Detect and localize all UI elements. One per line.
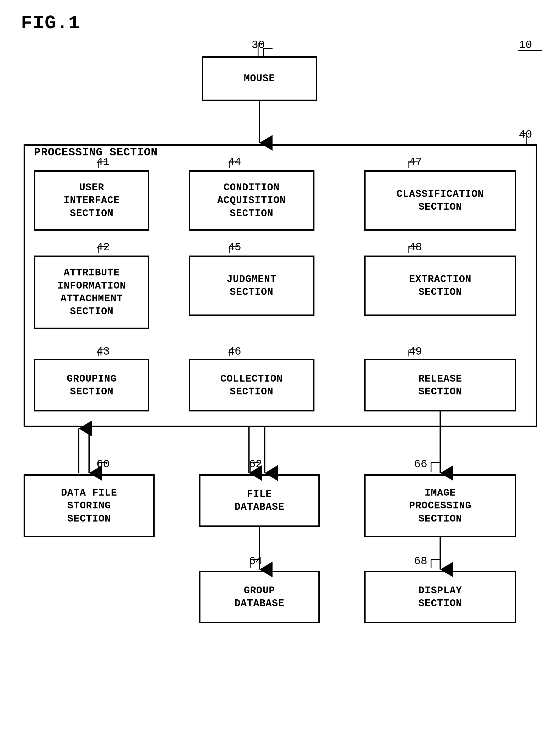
image-processing-box: IMAGE PROCESSING SECTION <box>364 474 516 537</box>
grouping-box: GROUPING SECTION <box>34 359 149 411</box>
ref-43: 43 <box>96 345 110 358</box>
ref-49: 49 <box>409 345 422 358</box>
ref-45: 45 <box>228 241 241 254</box>
ref-47: 47 <box>409 156 422 169</box>
ref-60: 60 <box>96 458 110 471</box>
ref-48: 48 <box>409 241 422 254</box>
ref-41: 41 <box>96 156 110 169</box>
ref-42: 42 <box>96 241 110 254</box>
ref-10: 10 <box>519 39 532 51</box>
attribute-info-box: ATTRIBUTE INFORMATION ATTACHMENT SECTION <box>34 256 149 329</box>
group-db-box: GROUP DATABASE <box>199 571 320 623</box>
figure-label: FIG.1 <box>21 13 80 34</box>
mouse-box: MOUSE <box>202 56 317 101</box>
release-box: RELEASE SECTION <box>364 359 516 411</box>
data-file-box: DATA FILE STORING SECTION <box>24 474 155 537</box>
ref-62: 62 <box>249 458 262 471</box>
classification-box: CLASSIFICATION SECTION <box>364 170 516 231</box>
judgment-box: JUDGMENT SECTION <box>189 256 315 316</box>
user-interface-box: USER INTERFACE SECTION <box>34 170 149 231</box>
file-db-box: FILE DATABASE <box>199 474 320 527</box>
ref-68: 68 <box>414 555 427 568</box>
condition-acq-box: CONDITION ACQUISITION SECTION <box>189 170 315 231</box>
ref-66: 66 <box>414 458 427 471</box>
ref-46: 46 <box>228 345 241 358</box>
ref-44: 44 <box>228 156 241 169</box>
page: FIG.1 10 30 MOUSE 40 PROCESSING SECTION … <box>0 0 560 749</box>
ref-64: 64 <box>249 555 262 568</box>
ref-40: 40 <box>519 128 532 141</box>
collection-box: COLLECTION SECTION <box>189 359 315 411</box>
ref-30: 30 <box>252 39 265 51</box>
processing-section-label: PROCESSING SECTION <box>34 146 158 159</box>
display-box: DISPLAY SECTION <box>364 571 516 623</box>
extraction-box: EXTRACTION SECTION <box>364 256 516 316</box>
